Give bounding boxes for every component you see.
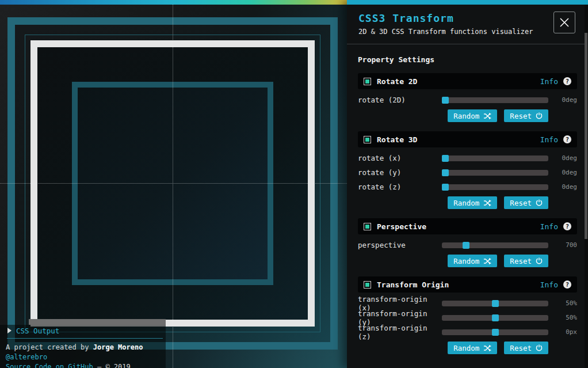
panel-scrollbar[interactable] (585, 5, 588, 368)
origin-crosshair-vertical (173, 5, 173, 368)
slider-thumb[interactable] (442, 155, 449, 162)
slider-label: perspective (358, 241, 442, 249)
power-icon (536, 112, 543, 119)
section-rotate-3d: Rotate 3D Info ? rotate (x) 0deg rotate … (358, 131, 577, 209)
section-title: Rotate 2D (377, 77, 417, 86)
author-name: Jorge Moreno (93, 343, 143, 351)
author-handle-link[interactable]: @alterebro (6, 353, 47, 361)
help-icon[interactable]: ? (563, 280, 571, 289)
section-title: Perspective (377, 222, 426, 231)
slider-label: rotate (z) (358, 183, 442, 191)
slider-row: rotate (x) 0deg (358, 151, 577, 165)
rotate-z-slider[interactable] (442, 184, 548, 190)
shuffle-icon (483, 200, 491, 206)
section-header: Perspective Info ? (358, 218, 577, 234)
close-button[interactable] (553, 12, 575, 33)
css-output-toggle[interactable]: CSS Output (7, 326, 59, 335)
panel-header: CSS3 Transform 2D & 3D CSS Transform fun… (347, 5, 588, 44)
slider-thumb[interactable] (442, 97, 449, 104)
settings-heading: Property Settings (358, 55, 577, 64)
help-icon[interactable]: ? (563, 135, 571, 143)
top-gradient-bar (0, 0, 347, 5)
random-button[interactable]: Random (448, 255, 497, 267)
button-row: Random Reset (358, 196, 548, 209)
help-icon[interactable]: ? (563, 77, 571, 85)
slider-row: transform-origin (x) 50% (358, 296, 577, 310)
css-output-label: CSS Output (16, 327, 59, 335)
visualizer-stage (0, 0, 347, 368)
power-icon (536, 199, 543, 206)
slider-value: 50% (548, 314, 577, 321)
transform-origin-x-slider[interactable] (442, 301, 548, 306)
checkbox-check-icon (365, 283, 369, 287)
info-link[interactable]: Info (540, 135, 558, 144)
footer-divider (7, 338, 163, 339)
slider-label: rotate (2D) (358, 96, 442, 104)
random-button[interactable]: Random (448, 342, 497, 354)
info-link[interactable]: Info (540, 222, 558, 231)
section-transform-origin: Transform Origin Info ? transform-origin… (358, 276, 577, 354)
reset-button[interactable]: Reset (504, 196, 548, 209)
info-wrap: Info ? (540, 77, 571, 86)
power-icon (536, 257, 543, 264)
copyright-text: — © 2019 (97, 363, 131, 368)
slider-value: 0deg (548, 154, 577, 162)
button-row: Random Reset (358, 109, 548, 122)
source-line: Source Code on GitHub — © 2019 www.moro.… (6, 362, 178, 368)
close-icon (559, 17, 570, 28)
slider-thumb[interactable] (442, 184, 449, 191)
help-icon[interactable]: ? (563, 222, 571, 230)
rotate-2d-slider[interactable] (442, 97, 548, 103)
rotate-3d-checkbox[interactable] (364, 136, 371, 143)
section-title: Transform Origin (377, 280, 449, 289)
source-code-link[interactable]: Source Code on GitHub (6, 363, 93, 368)
info-link[interactable]: Info (540, 280, 558, 289)
slider-value: 700 (548, 241, 577, 249)
rotate-y-slider[interactable] (442, 170, 548, 176)
slider-label: rotate (y) (358, 168, 442, 177)
slider-thumb[interactable] (442, 169, 449, 176)
credits: A project created by Jorge Moreno @alter… (6, 343, 178, 368)
transform-origin-checkbox[interactable] (364, 281, 371, 289)
origin-crosshair-horizontal (0, 183, 347, 184)
slider-value: 0deg (548, 96, 577, 104)
section-title: Rotate 3D (377, 135, 417, 144)
panel-title: CSS3 Transform (358, 12, 576, 24)
info-link[interactable]: Info (540, 77, 558, 86)
checkbox-check-icon (365, 225, 369, 229)
random-button[interactable]: Random (448, 196, 497, 209)
css-output-drag-handle[interactable] (29, 319, 166, 325)
slider-value: 50% (548, 299, 577, 307)
shuffle-icon (483, 258, 491, 264)
slider-row: rotate (z) 0deg (358, 180, 577, 194)
slider-value: 0px (548, 328, 577, 336)
reset-button[interactable]: Reset (504, 109, 548, 122)
slider-thumb[interactable] (492, 329, 499, 336)
shuffle-icon (483, 345, 491, 351)
rotate-x-slider[interactable] (442, 155, 548, 161)
perspective-checkbox[interactable] (364, 223, 371, 230)
slider-thumb[interactable] (492, 300, 499, 307)
panel-scrollbar-thumb[interactable] (585, 33, 587, 239)
slider-label: transform-origin (z) (358, 324, 442, 341)
perspective-slider[interactable] (442, 242, 548, 248)
random-button[interactable]: Random (448, 109, 497, 122)
info-wrap: Info ? (540, 222, 571, 231)
section-header: Transform Origin Info ? (358, 276, 577, 293)
transform-origin-z-slider[interactable] (442, 329, 548, 335)
slider-value: 0deg (548, 183, 577, 191)
reset-button[interactable]: Reset (504, 255, 548, 267)
section-header: Rotate 3D Info ? (358, 131, 577, 147)
section-perspective: Perspective Info ? perspective 700 Rando… (358, 218, 577, 267)
checkbox-check-icon (365, 79, 369, 84)
rotate-2d-checkbox[interactable] (364, 78, 371, 85)
slider-thumb[interactable] (492, 314, 499, 321)
slider-row: rotate (y) 0deg (358, 165, 577, 180)
slider-row: rotate (2D) 0deg (358, 93, 577, 107)
panel-subtitle: 2D & 3D CSS Transform functions visualiz… (358, 28, 576, 36)
button-row: Random Reset (358, 255, 548, 267)
shuffle-icon (483, 113, 491, 119)
reset-button[interactable]: Reset (504, 342, 548, 354)
transform-origin-y-slider[interactable] (442, 315, 548, 321)
slider-thumb[interactable] (463, 242, 469, 249)
